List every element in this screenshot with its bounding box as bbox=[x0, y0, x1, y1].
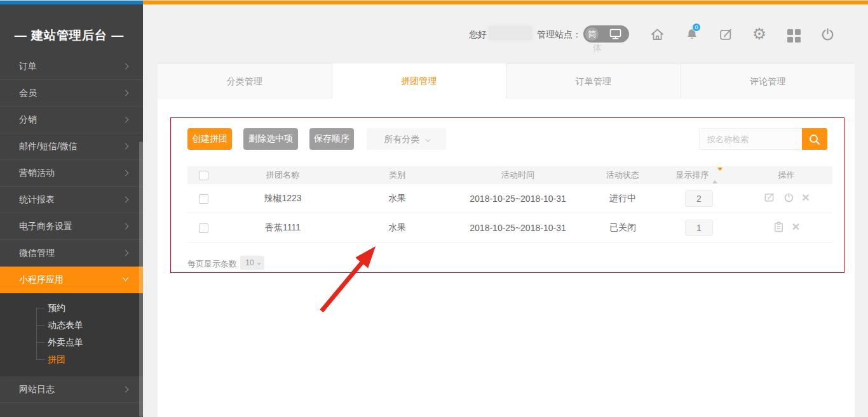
sidebar-item-label: 统计报表 bbox=[19, 194, 55, 204]
submenu-item-label: 预约 bbox=[48, 303, 65, 313]
chevron-down-icon bbox=[257, 261, 261, 265]
sort-icon[interactable] bbox=[712, 171, 722, 180]
submenu-item-label: 外卖点单 bbox=[48, 337, 83, 347]
sidebar-item-label: 电子商务设置 bbox=[19, 221, 72, 231]
submenu-item-group-buying[interactable]: 拼团 bbox=[0, 351, 143, 368]
topbar-orange-segment bbox=[143, 1, 868, 4]
edit-icon[interactable] bbox=[717, 27, 734, 43]
save-order-button[interactable]: 保存顺序 bbox=[309, 128, 354, 150]
search-button[interactable] bbox=[802, 128, 827, 150]
col-header-sort: 显示排序 bbox=[676, 170, 709, 180]
cell-name: 香蕉1111 bbox=[219, 222, 346, 234]
search-icon bbox=[808, 133, 822, 147]
home-icon[interactable] bbox=[649, 27, 665, 43]
sidebar-item-label: 会员 bbox=[19, 88, 37, 98]
sidebar-scrollbar-thumb[interactable] bbox=[139, 142, 143, 417]
sidebar-item-distribution[interactable]: 分销 bbox=[0, 107, 143, 133]
chevron-right-icon bbox=[123, 117, 129, 123]
power-icon[interactable] bbox=[819, 27, 836, 43]
row-checkbox[interactable] bbox=[199, 223, 208, 233]
chevron-right-icon bbox=[123, 90, 129, 96]
select-all-checkbox[interactable] bbox=[199, 171, 208, 180]
notification-badge: 0 bbox=[692, 23, 701, 32]
content-card: 分类管理 拼团管理 订单管理 评论管理 创建拼团 删除选中项 保存顺序 所有分类… bbox=[158, 63, 855, 417]
language-primary-label: 简 bbox=[585, 27, 599, 41]
page: — 建站管理后台 — 订单 会员 分销 邮件/短信/微信 营销活动 bbox=[0, 0, 868, 417]
table-header-row: 拼团名称 类别 活动时间 活动状态 显示排序 操作 bbox=[187, 166, 832, 184]
tab-comment-management[interactable]: 评论管理 bbox=[681, 63, 855, 98]
row-checkbox[interactable] bbox=[199, 194, 208, 204]
cell-name: 辣椒1223 bbox=[219, 193, 346, 204]
category-filter-select[interactable]: 所有分类 bbox=[367, 128, 446, 150]
gear-icon[interactable]: ⚙ bbox=[751, 26, 768, 43]
apps-grid-icon[interactable] bbox=[786, 28, 803, 44]
language-switch-button[interactable]: 简 bbox=[583, 25, 629, 43]
tab-group-buying-management[interactable]: 拼团管理 bbox=[332, 63, 507, 98]
site-label: 管理站点： bbox=[537, 29, 581, 39]
sidebar-item-label: 订单 bbox=[19, 62, 37, 71]
power-icon[interactable] bbox=[783, 192, 795, 204]
cell-time: 2018-10-25~2018-10-31 bbox=[448, 194, 588, 204]
submenu-item-dynamic-forms[interactable]: 动态表单 bbox=[0, 317, 143, 334]
delete-icon[interactable]: × bbox=[792, 220, 799, 233]
chevron-down-icon bbox=[123, 275, 129, 281]
greeting-text: 您好 bbox=[469, 29, 487, 39]
table-row: 香蕉1111 水果 2018-10-25~2018-10-31 已关闭 1 bbox=[187, 213, 832, 242]
col-header-actions: 操作 bbox=[740, 169, 832, 181]
chevron-down-icon bbox=[425, 136, 430, 142]
monitor-icon bbox=[609, 29, 622, 40]
submenu-item-label: 拼团 bbox=[48, 354, 65, 364]
create-group-button[interactable]: 创建拼团 bbox=[187, 128, 232, 150]
cell-category: 水果 bbox=[346, 193, 448, 204]
sidebar-item-ecommerce-settings[interactable]: 电子商务设置 bbox=[0, 213, 143, 240]
sidebar-item-site-logs[interactable]: 网站日志 bbox=[0, 376, 143, 403]
col-header-name: 拼团名称 bbox=[219, 169, 346, 181]
page-size-label: 每页显示条数 bbox=[187, 258, 237, 270]
chevron-right-icon bbox=[123, 387, 129, 393]
table-row: 辣椒1223 水果 2018-10-25~2018-10-31 进行中 2 bbox=[187, 184, 832, 213]
sidebar-item-statistics[interactable]: 统计报表 bbox=[0, 187, 143, 213]
submenu-item-reservation[interactable]: 预约 bbox=[0, 300, 143, 317]
language-secondary-label: 体 bbox=[593, 43, 602, 54]
chevron-right-icon bbox=[123, 223, 129, 230]
tab-category-management[interactable]: 分类管理 bbox=[158, 63, 332, 98]
page-size-value: 10 bbox=[245, 258, 254, 267]
delete-icon[interactable]: × bbox=[802, 191, 810, 204]
sidebar-item-miniprogram-apps[interactable]: 小程序应用 bbox=[0, 267, 143, 293]
sidebar-item-members[interactable]: 会员 bbox=[0, 80, 143, 107]
sidebar-item-wechat-management[interactable]: 微信管理 bbox=[0, 240, 143, 267]
sidebar-menu: 订单 会员 分销 邮件/短信/微信 营销活动 统计报表 bbox=[0, 62, 143, 417]
bell-icon[interactable]: 0 bbox=[684, 27, 700, 43]
col-header-status: 活动状态 bbox=[588, 169, 658, 181]
chevron-right-icon bbox=[123, 170, 129, 176]
chevron-right-icon bbox=[123, 63, 129, 70]
sidebar-item-label: 邮件/短信/微信 bbox=[19, 141, 78, 151]
sidebar-item-orders[interactable]: 订单 bbox=[0, 62, 143, 80]
submenu-item-takeout-order[interactable]: 外卖点单 bbox=[0, 334, 143, 351]
page-size-select[interactable]: 10 bbox=[240, 256, 264, 270]
col-header-time: 活动时间 bbox=[448, 169, 588, 181]
sidebar-item-marketing[interactable]: 营销活动 bbox=[0, 160, 143, 187]
app-title: — 建站管理后台 — bbox=[0, 27, 139, 44]
cell-status: 进行中 bbox=[588, 193, 658, 204]
sort-order-input[interactable]: 1 bbox=[685, 220, 713, 236]
delete-selected-button[interactable]: 删除选中项 bbox=[243, 128, 298, 150]
sidebar-item-label: 分销 bbox=[19, 114, 37, 124]
sidebar-item-label: 小程序应用 bbox=[19, 274, 64, 284]
sidebar-item-label: 微信管理 bbox=[19, 248, 55, 258]
tab-bar: 分类管理 拼团管理 订单管理 评论管理 bbox=[158, 63, 855, 98]
sidebar-item-mail-sms-wechat[interactable]: 邮件/短信/微信 bbox=[0, 133, 143, 160]
tab-order-management[interactable]: 订单管理 bbox=[506, 63, 681, 98]
cell-status: 已关闭 bbox=[588, 222, 658, 234]
col-header-category: 类别 bbox=[346, 169, 448, 181]
edit-icon[interactable] bbox=[763, 191, 776, 204]
category-filter-label: 所有分类 bbox=[384, 134, 420, 144]
copy-icon[interactable] bbox=[773, 221, 785, 233]
sort-order-input[interactable]: 2 bbox=[685, 190, 713, 207]
chevron-right-icon bbox=[123, 197, 129, 203]
sidebar-submenu: 预约 动态表单 外卖点单 拼团 bbox=[0, 293, 143, 376]
sidebar-item-label: 网站日志 bbox=[19, 384, 55, 394]
cell-time: 2018-10-25~2018-10-31 bbox=[448, 223, 588, 233]
sidebar: — 建站管理后台 — 订单 会员 分销 邮件/短信/微信 营销活动 bbox=[0, 4, 143, 417]
search-input[interactable] bbox=[699, 128, 802, 150]
